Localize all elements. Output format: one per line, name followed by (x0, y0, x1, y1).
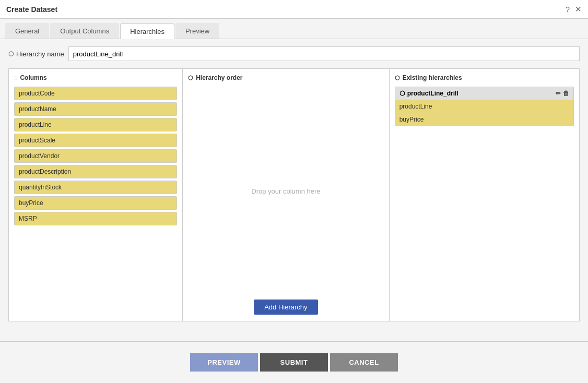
titlebar-icons: ? ✕ (566, 5, 582, 13)
close-icon[interactable]: ✕ (575, 5, 582, 13)
column-item[interactable]: buyPrice (14, 196, 177, 210)
add-hierarchy-row: Add Hierarchy (188, 295, 384, 316)
column-item[interactable]: productCode (14, 87, 177, 100)
edit-hierarchy-icon[interactable]: ✏ (556, 90, 561, 97)
order-icon: ⬡ (188, 75, 193, 81)
drop-zone[interactable]: Drop your column here (188, 87, 384, 295)
tab-hierarchies[interactable]: Hierarchies (120, 23, 174, 39)
columns-list: productCodeproductNameproductLineproduct… (14, 87, 177, 225)
hierarchy-name-input[interactable] (68, 46, 580, 61)
hierarchy-icon: ⬡ (8, 50, 14, 57)
column-item[interactable]: productName (14, 102, 177, 116)
help-icon[interactable]: ? (566, 5, 570, 13)
existing-hierarchies-list: ⬡productLine_drill✏🗑productLinebuyPrice (395, 87, 574, 126)
tab-preview[interactable]: Preview (175, 23, 219, 39)
columns-panel-header: ≡ Columns (14, 74, 177, 81)
hierarchy-name-label: ⬡ Hierarchy name (8, 50, 64, 58)
existing-hierarchies-panel: ⬡ Existing hierarchies ⬡productLine_dril… (390, 69, 579, 321)
existing-hierarchy-group: ⬡productLine_drill✏🗑productLinebuyPrice (395, 87, 574, 126)
dialog-footer: PREVIEW SUBMIT CANCEL (0, 341, 588, 383)
hierarchy-group-icon: ⬡ (399, 90, 405, 97)
column-item[interactable]: MSRP (14, 212, 177, 225)
add-hierarchy-button[interactable]: Add Hierarchy (254, 300, 317, 315)
existing-hierarchy-title: ⬡productLine_drill✏🗑 (395, 87, 573, 100)
existing-hierarchy-name: productLine_drill (407, 90, 458, 97)
hierarchy-order-panel: ⬡ Hierarchy order Drop your column here … (183, 69, 390, 321)
hierarchy-name-row: ⬡ Hierarchy name (8, 46, 580, 61)
existing-column-item[interactable]: buyPrice (395, 113, 573, 126)
column-item[interactable]: productLine (14, 118, 177, 131)
create-dataset-dialog: Create Dataset ? ✕ General Output Column… (0, 0, 588, 383)
column-item[interactable]: productScale (14, 134, 177, 147)
column-item[interactable]: productDescription (14, 165, 177, 178)
existing-hierarchies-header: ⬡ Existing hierarchies (395, 74, 574, 81)
cancel-button[interactable]: CANCEL (330, 353, 398, 372)
existing-icon: ⬡ (395, 75, 400, 81)
column-item[interactable]: quantityInStock (14, 181, 177, 194)
dialog-title: Create Dataset (6, 5, 57, 14)
existing-column-item[interactable]: productLine (395, 100, 573, 113)
tabs-bar: General Output Columns Hierarchies Previ… (0, 19, 588, 39)
columns-panel: ≡ Columns productCodeproductNameproductL… (9, 69, 183, 321)
preview-button[interactable]: PREVIEW (190, 353, 258, 372)
delete-hierarchy-icon[interactable]: 🗑 (563, 90, 569, 97)
columns-icon: ≡ (14, 75, 17, 81)
submit-button[interactable]: SUBMIT (260, 353, 328, 372)
columns-section: ≡ Columns productCodeproductNameproductL… (8, 68, 580, 321)
column-item[interactable]: productVendor (14, 149, 177, 163)
tab-general[interactable]: General (5, 23, 49, 39)
dialog-body: ⬡ Hierarchy name ≡ Columns productCodepr… (0, 39, 588, 341)
tab-output-columns[interactable]: Output Columns (50, 23, 119, 39)
titlebar: Create Dataset ? ✕ (0, 0, 588, 19)
hierarchy-order-header: ⬡ Hierarchy order (188, 74, 384, 81)
